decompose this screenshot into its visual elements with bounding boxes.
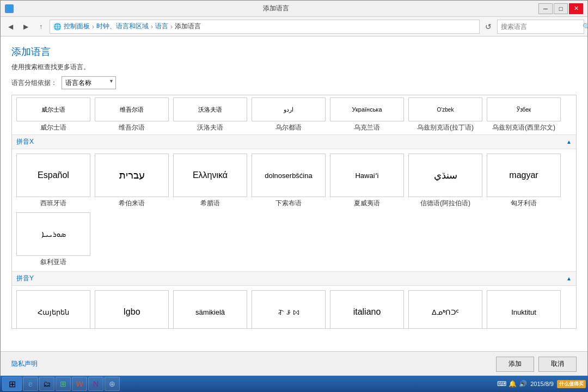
- refresh-button[interactable]: ↺: [482, 20, 495, 33]
- path-current: 添加语言: [175, 22, 201, 31]
- lang-name-partial-5: 乌克兰语: [354, 123, 380, 132]
- section-header-y[interactable]: 拼音Y ▲: [12, 271, 576, 286]
- list-item[interactable]: Ελληνικά 希腊语: [173, 154, 247, 208]
- list-item[interactable]: Español 西班牙语: [16, 154, 90, 208]
- start-button[interactable]: ⊞: [2, 377, 22, 391]
- section-y-label: 拼音Y: [16, 274, 34, 283]
- keyboard-indicator: ⌨: [497, 380, 506, 388]
- list-item[interactable]: Igbo 伊博语: [95, 290, 169, 329]
- list-item[interactable]: italiano 意大利语: [330, 290, 404, 329]
- list-item[interactable]: Українська 乌克兰语: [330, 97, 404, 132]
- taskbar-onenote-icon[interactable]: N: [88, 377, 103, 391]
- lang-tile-igbo[interactable]: Igbo: [95, 290, 169, 329]
- sort-label: 语言分组依据：: [11, 78, 57, 88]
- section-x-collapse[interactable]: ▲: [566, 139, 572, 145]
- lang-tile-partial-6[interactable]: O'zbek: [408, 97, 482, 121]
- lang-tile-inuktitut-uc[interactable]: ᐃᓄᒃᑎᑐᑦ: [408, 290, 482, 329]
- lang-name-sindhi: 信德语(阿拉伯语): [420, 199, 470, 208]
- list-item[interactable]: Ўзбек 乌兹别克语(西里尔文): [487, 97, 561, 132]
- lang-tile-partial-7[interactable]: Ўзбек: [487, 97, 561, 121]
- lang-tile-greek[interactable]: Ελληνικά: [173, 154, 247, 197]
- path-control-panel[interactable]: 控制面板: [64, 22, 90, 31]
- lang-tile-yi[interactable]: ꆈꌠ꒿: [252, 290, 326, 329]
- maximize-button[interactable]: □: [554, 3, 568, 14]
- network-icon: 🔔: [509, 380, 517, 388]
- page-header: 添加语言 使用搜索框查找更多语言。 语言分组依据： 语言名称 脚本 区域: [1, 36, 587, 95]
- lang-tile-lsorbian[interactable]: dolnoserbšćina: [252, 154, 326, 197]
- lang-tile-partial-1[interactable]: 威尔士语: [16, 97, 90, 121]
- search-icon[interactable]: 🔍: [583, 23, 588, 30]
- list-item[interactable]: 沃洛夫语 沃洛夫语: [173, 97, 247, 132]
- list-item[interactable]: magyar 匈牙利语: [487, 154, 561, 208]
- list-item[interactable]: ܣܘܪܝܝܐ 叙利亚语: [16, 212, 90, 267]
- section-x-grid: Español 西班牙语 עברית 希伯来语 Ελληνικά 希腊语 dol…: [12, 149, 576, 271]
- lang-tile-hungarian[interactable]: magyar: [487, 154, 561, 197]
- list-item[interactable]: اردو 乌尔都语: [252, 97, 326, 132]
- lang-name-hungarian: 匈牙利语: [511, 199, 537, 208]
- list-item[interactable]: Hawaiʻi 夏威夷语: [330, 154, 404, 208]
- search-box: 🔍: [497, 20, 584, 34]
- bottom-buttons: 添加 取消: [496, 357, 577, 372]
- list-item[interactable]: O'zbek 乌兹别克语(拉丁语): [408, 97, 482, 132]
- lang-tile-inuktitut-lat[interactable]: Inuktitut: [487, 290, 561, 329]
- lang-name-partial-7: 乌兹别克语(西里尔文): [492, 123, 555, 132]
- lang-name-partial-3: 沃洛夫语: [197, 123, 223, 132]
- lang-tile-partial-5[interactable]: Українська: [330, 97, 404, 121]
- search-input[interactable]: [501, 23, 583, 30]
- list-item[interactable]: 威尔士语 威尔士语: [16, 97, 90, 132]
- list-item[interactable]: Հայերեն 亚美尼亚语: [16, 290, 90, 329]
- list-item[interactable]: עברית 希伯来语: [95, 154, 169, 208]
- privacy-link[interactable]: 隐私声明: [11, 359, 38, 369]
- back-button[interactable]: ◀: [4, 20, 17, 33]
- taskbar-folder-icon[interactable]: 🗂: [39, 377, 54, 391]
- list-item[interactable]: سنڌي 信德语(阿拉伯语): [408, 154, 482, 208]
- bottom-bar: 隐私声明 添加 取消: [1, 351, 587, 376]
- sort-select[interactable]: 语言名称 脚本 区域: [62, 76, 116, 89]
- close-button[interactable]: ✕: [569, 3, 583, 14]
- lang-name-greek: 希腊语: [200, 199, 220, 208]
- path-language[interactable]: 语言: [155, 22, 168, 31]
- section-y-grid: Հայերեն 亚美尼亚语 Igbo 伊博语 sämikielâ 伊纳里萨米语 …: [12, 286, 576, 329]
- taskbar-office-icon[interactable]: W: [72, 377, 87, 391]
- list-item[interactable]: ᐃᓄᒃᑎᑐᑦ 因纽特语(加拿大土著语言符号): [408, 290, 482, 329]
- add-button[interactable]: 添加: [496, 357, 534, 372]
- list-item[interactable]: 维吾尔语 维吾尔语: [95, 97, 169, 132]
- up-button[interactable]: ↑: [34, 20, 47, 33]
- cancel-button[interactable]: 取消: [538, 357, 577, 372]
- list-item[interactable]: Inuktitut 因纽特语(拉丁语): [487, 290, 561, 329]
- language-grid-scroll[interactable]: 威尔士语 威尔士语 维吾尔语 维吾尔语 沃洛夫语 沃洛夫语 اردو 乌尔都语: [11, 95, 577, 329]
- minimize-button[interactable]: ─: [538, 3, 553, 14]
- brand-badge[interactable]: 什么值得买: [557, 380, 586, 388]
- sys-tray: ⌨ 🔔 🔊: [497, 380, 527, 388]
- taskbar-extra-icon[interactable]: ⊕: [105, 377, 120, 391]
- sort-row: 语言分组依据： 语言名称 脚本 区域: [11, 76, 577, 89]
- section-header-x[interactable]: 拼音X ▲: [12, 134, 576, 149]
- window: 🌐 添加语言 ─ □ ✕ ◀ ▶ ↑ 🌐 控制面板 › 时钟、语言和区域 › 语…: [0, 0, 588, 376]
- lang-tile-partial-2[interactable]: 维吾尔语: [95, 97, 169, 121]
- address-bar: ◀ ▶ ↑ 🌐 控制面板 › 时钟、语言和区域 › 语言 › 添加语言 ↺ 🔍: [1, 17, 587, 36]
- taskbar-ie-icon[interactable]: e: [23, 377, 38, 391]
- lang-name-syriac: 叙利亚语: [40, 258, 66, 267]
- lang-tile-hawaiian[interactable]: Hawaiʻi: [330, 154, 404, 197]
- list-item[interactable]: dolnoserbšćina 下索布语: [252, 154, 326, 208]
- section-y-collapse[interactable]: ▲: [566, 275, 572, 281]
- path-clock-lang[interactable]: 时钟、语言和区域: [96, 22, 149, 31]
- lang-tile-inari[interactable]: sämikielâ: [173, 290, 247, 329]
- sort-select-wrapper: 语言名称 脚本 区域: [62, 76, 116, 89]
- lang-tile-syriac[interactable]: ܣܘܪܝܝܐ: [16, 212, 90, 256]
- lang-tile-hebrew[interactable]: עברית: [95, 154, 169, 197]
- section-x-label: 拼音X: [16, 137, 34, 146]
- lang-tile-sindhi[interactable]: سنڌي: [408, 154, 482, 197]
- list-item[interactable]: ꆈꌠ꒿ 彝语: [252, 290, 326, 329]
- lang-name-partial-2: 维吾尔语: [119, 123, 145, 132]
- lang-tile-espanol[interactable]: Español: [16, 154, 90, 197]
- lang-tile-armenian[interactable]: Հայերեն: [16, 290, 90, 329]
- lang-tile-partial-4[interactable]: اردو: [252, 97, 326, 121]
- lang-tile-partial-3[interactable]: 沃洛夫语: [173, 97, 247, 121]
- taskbar-store-icon[interactable]: ⊞: [56, 377, 71, 391]
- forward-button[interactable]: ▶: [19, 20, 32, 33]
- lang-tile-italian[interactable]: italiano: [330, 290, 404, 329]
- lang-name-lsorbian: 下索布语: [275, 199, 302, 208]
- list-item[interactable]: sämikielâ 伊纳里萨米语: [173, 290, 247, 329]
- lang-name-partial-4: 乌尔都语: [275, 123, 302, 132]
